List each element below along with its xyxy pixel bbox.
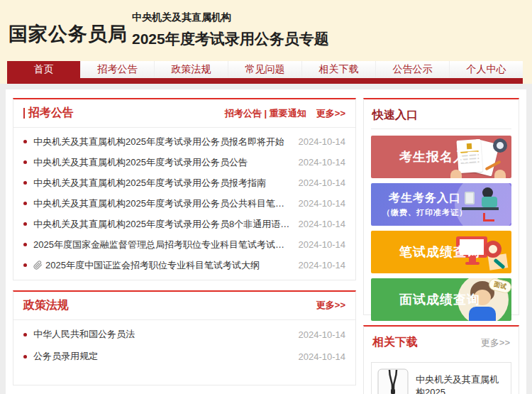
announcements-panel: 招考公告 招考公告 | 重要通知 更多>> 中央机关及其直属机构2025年度考试… <box>13 98 356 280</box>
announcement-item: 中央机关及其直属机构2025年度考试录用公务员8个非通用语职位外语水平测试大纲 … <box>23 214 345 234</box>
bullet-icon <box>23 263 27 267</box>
bullet-icon <box>23 202 27 205</box>
announcement-item: 中央机关及其直属机构2025年度考试录用公务员公共科目笔试考试大纲 2024-1… <box>23 193 345 214</box>
tab-personal-center[interactable]: 个人中心 <box>450 61 523 78</box>
announcements-more-link[interactable]: 更多>> <box>316 107 345 120</box>
download-item[interactable]: ZIP 中央机关及其直属机构2025... <box>371 362 511 394</box>
site-header: 国家公务员局 中央机关及其直属机构 2025年度考试录用公务员专题 首页 招考公… <box>0 0 532 84</box>
exam-affairs-entry-button[interactable]: 考生考务入口 （缴费、打印准考证） <box>371 183 511 226</box>
watch-icon <box>493 138 507 153</box>
announcement-item: 中央机关及其直属机构2025年度考试录用公务员报名即将开始 2024-10-14 <box>23 131 345 152</box>
announcement-item: 中央机关及其直属机构2025年度考试录用公务员报考指南 2024-10-14 <box>23 173 345 193</box>
interview-score-query-button[interactable]: 面试成绩查询 面试 <box>371 278 511 321</box>
downloads-title: 相关下载 <box>372 335 418 350</box>
zip-file-icon: ZIP <box>377 368 409 394</box>
title-accent-bar <box>23 108 25 119</box>
bullet-icon <box>23 160 27 164</box>
downloads-panel: 相关下载 更多>> ZIP <box>363 325 519 394</box>
site-logo: 国家公务员局 <box>9 21 128 47</box>
tab-announcements[interactable]: 招考公告 <box>81 61 155 78</box>
policies-panel: 政策法规 更多>> 中华人民共和国公务员法 2024-10-14 公务员录用规定 <box>13 290 356 385</box>
policies-more-link[interactable]: 更多>> <box>316 299 345 312</box>
announcement-item: 2025年度国家金融监督管理总局招考职位专业科目笔试考试大纲 2024-10-1… <box>23 234 345 255</box>
tab-faq[interactable]: 常见问题 <box>228 61 302 78</box>
policies-list: 中华人民共和国公务员法 2024-10-14 公务员录用规定 2024-10-1… <box>13 320 355 368</box>
announcements-title: 招考公告 <box>23 106 74 121</box>
header-org-line: 中央机关及其直属机构 <box>132 11 329 24</box>
bullet-icon <box>23 222 27 226</box>
tab-home[interactable]: 首页 <box>7 61 81 78</box>
magnifier-icon <box>484 241 501 258</box>
bullet-icon <box>23 355 27 359</box>
announcement-item: 中央机关及其直属机构2025年度考试录用公务员公告 2024-10-14 <box>23 152 345 173</box>
tab-downloads[interactable]: 相关下载 <box>302 61 376 78</box>
main-nav: 首页 招考公告 政策法规 常见问题 相关下载 公告公示 个人中心 <box>7 61 523 78</box>
download-item-label[interactable]: 中央机关及其直属机构2025... <box>416 373 505 394</box>
bullet-icon <box>23 140 27 143</box>
paperclip-icon <box>33 261 43 270</box>
policy-item: 中华人民共和国公务员法 2024-10-14 <box>23 324 345 346</box>
quick-entry-title: 快速入口 <box>371 106 511 129</box>
announcements-list: 中央机关及其直属机构2025年度考试录用公务员报名即将开始 2024-10-14… <box>13 128 355 275</box>
bullet-icon <box>23 181 27 185</box>
policies-title: 政策法规 <box>23 298 69 313</box>
bullet-icon <box>23 333 27 336</box>
written-score-query-button[interactable]: 笔试成绩查询 <box>371 231 511 273</box>
candidate-registration-entry-button[interactable]: 考生报名入口 <box>371 136 511 178</box>
nav-underline-band <box>7 78 523 84</box>
main-content: 招考公告 招考公告 | 重要通知 更多>> 中央机关及其直属机构2025年度考试… <box>6 89 526 394</box>
announcement-item: 2025年度中国证监会招考职位专业科目笔试考试大纲 2024-10-14 <box>23 255 345 275</box>
bullet-icon <box>23 243 27 246</box>
tab-policies[interactable]: 政策法规 <box>155 61 228 78</box>
tab-notices[interactable]: 公告公示 <box>376 61 450 78</box>
page-title: 2025年度考试录用公务员专题 <box>132 29 329 49</box>
quick-entry-panel: 快速入口 考生报名入口 <box>363 98 519 315</box>
policy-item: 公务员录用规定 2024-10-14 <box>23 346 345 368</box>
announcements-subtabs[interactable]: 招考公告 | 重要通知 <box>225 107 306 120</box>
downloads-more-link[interactable]: 更多>> <box>481 336 510 349</box>
